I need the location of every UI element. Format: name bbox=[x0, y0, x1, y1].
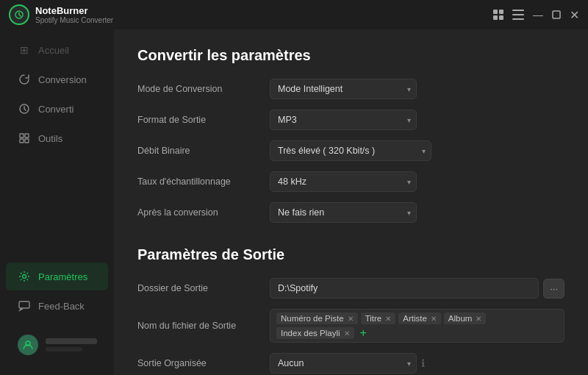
tag-album: Album ✕ bbox=[444, 312, 487, 324]
main-content: Convertir les paramètres Mode de Convers… bbox=[114, 29, 588, 375]
sidebar-label-outils: Outils bbox=[38, 133, 62, 144]
tag-title-close[interactable]: ✕ bbox=[385, 315, 391, 323]
app-name-group: NoteBurner Spotify Music Converter bbox=[35, 5, 113, 24]
user-name-bar bbox=[46, 338, 97, 344]
sidebar-label-parametres: Paramètres bbox=[38, 271, 87, 282]
after-conversion-control: Ne fais rien Ouvrir le dossier Mettre en… bbox=[270, 202, 564, 223]
organised-select-wrap: Aucun Artiste Album Artiste/Album ▾ bbox=[270, 353, 417, 374]
organised-control: Aucun Artiste Album Artiste/Album ▾ ℹ bbox=[270, 353, 564, 374]
output-title: Paramètres de Sortie bbox=[137, 246, 564, 263]
grid-icon[interactable] bbox=[493, 10, 503, 20]
filename-control: Numéro de Piste ✕ Titre ✕ Artiste ✕ Albu… bbox=[270, 309, 564, 343]
after-conversion-select[interactable]: Ne fais rien Ouvrir le dossier Mettre en… bbox=[270, 202, 417, 223]
svg-rect-8 bbox=[553, 11, 560, 18]
output-section: Paramètres de Sortie Dossier de Sortie ·… bbox=[137, 246, 564, 374]
svg-rect-12 bbox=[20, 139, 24, 143]
folder-control: ··· bbox=[270, 278, 564, 299]
parametres-icon bbox=[18, 270, 31, 283]
titlebar-left: NoteBurner Spotify Music Converter bbox=[9, 4, 113, 25]
samplerate-select-wrap: 48 kHz 44.1 kHz 22.05 kHz ▾ bbox=[270, 171, 417, 192]
output-format-row: Format de Sortie MP3 AAC FLAC WAV ▾ bbox=[137, 110, 564, 130]
sidebar-label-converti: Converti bbox=[38, 104, 74, 115]
samplerate-label: Taux d'échantillonnage bbox=[137, 176, 270, 187]
sidebar-label-conversion: Conversion bbox=[38, 74, 87, 85]
organised-label: Sortie Organisée bbox=[137, 358, 270, 368]
tag-title: Titre ✕ bbox=[361, 312, 396, 324]
tag-artist: Artiste ✕ bbox=[398, 312, 441, 324]
sidebar-item-converti[interactable]: Converti bbox=[6, 95, 108, 123]
user-profile[interactable] bbox=[6, 327, 108, 362]
feedback-icon bbox=[18, 299, 31, 312]
folder-label: Dossier de Sortie bbox=[137, 283, 270, 293]
filename-row: Nom du fichier de Sortie Numéro de Piste… bbox=[137, 309, 564, 343]
bitrate-label: Débit Binaire bbox=[137, 146, 270, 156]
minimize-icon[interactable]: — bbox=[533, 9, 543, 21]
sidebar: ⊞ Accueil Conversion Converti bbox=[0, 29, 114, 375]
svg-rect-7 bbox=[512, 18, 524, 20]
outils-icon bbox=[18, 132, 31, 145]
tag-track-number: Numéro de Piste ✕ bbox=[276, 312, 358, 324]
sidebar-bottom bbox=[0, 321, 114, 369]
svg-rect-11 bbox=[25, 134, 29, 138]
bitrate-control: Très élevé ( 320 Kbit/s ) Élevé ( 256 Kb… bbox=[270, 140, 564, 161]
conversion-mode-control: Mode Intelligent Mode Web Player ▾ bbox=[270, 79, 564, 99]
maximize-icon[interactable] bbox=[552, 10, 561, 19]
tag-playlist-close[interactable]: ✕ bbox=[344, 329, 350, 338]
organised-info-icon[interactable]: ℹ bbox=[421, 357, 425, 369]
svg-rect-6 bbox=[512, 14, 524, 15]
svg-rect-1 bbox=[493, 10, 498, 14]
app-body: ⊞ Accueil Conversion Converti bbox=[0, 29, 588, 375]
after-conversion-label: Après la conversion bbox=[137, 207, 270, 218]
folder-row: Dossier de Sortie ··· bbox=[137, 278, 564, 299]
filename-label: Nom du fichier de Sortie bbox=[137, 321, 270, 331]
output-format-control: MP3 AAC FLAC WAV ▾ bbox=[270, 110, 564, 130]
organised-select[interactable]: Aucun Artiste Album Artiste/Album bbox=[270, 353, 417, 374]
accueil-icon: ⊞ bbox=[18, 43, 31, 57]
app-subtitle: Spotify Music Converter bbox=[35, 16, 113, 24]
app-name: NoteBurner bbox=[35, 5, 113, 16]
svg-rect-15 bbox=[19, 301, 29, 308]
svg-rect-13 bbox=[25, 139, 29, 143]
close-icon[interactable]: ✕ bbox=[570, 8, 579, 22]
organised-row: Sortie Organisée Aucun Artiste Album Art… bbox=[137, 353, 564, 374]
conversion-section: Convertir les paramètres Mode de Convers… bbox=[137, 47, 564, 223]
output-format-select[interactable]: MP3 AAC FLAC WAV bbox=[270, 110, 417, 130]
tags-wrap: Numéro de Piste ✕ Titre ✕ Artiste ✕ Albu… bbox=[270, 309, 564, 343]
sidebar-item-conversion[interactable]: Conversion bbox=[6, 65, 108, 93]
tag-track-number-close[interactable]: ✕ bbox=[348, 315, 354, 323]
titlebar-controls: — ✕ bbox=[493, 8, 579, 22]
sidebar-item-feedback[interactable]: Feed-Back bbox=[6, 292, 108, 320]
tag-playlist-index: Index des Playli ✕ bbox=[276, 327, 354, 339]
svg-rect-3 bbox=[493, 15, 498, 20]
samplerate-control: 48 kHz 44.1 kHz 22.05 kHz ▾ bbox=[270, 171, 564, 192]
user-sub-bar bbox=[46, 347, 82, 351]
tag-album-close[interactable]: ✕ bbox=[476, 315, 481, 323]
app-logo bbox=[9, 4, 29, 25]
menu-icon[interactable] bbox=[512, 10, 524, 20]
samplerate-select[interactable]: 48 kHz 44.1 kHz 22.05 kHz bbox=[270, 171, 417, 192]
add-tag-button[interactable]: + bbox=[357, 327, 370, 339]
titlebar: NoteBurner Spotify Music Converter — bbox=[0, 0, 588, 29]
sidebar-item-accueil[interactable]: ⊞ Accueil bbox=[6, 36, 108, 64]
sidebar-label-accueil: Accueil bbox=[38, 45, 69, 56]
conversion-title: Convertir les paramètres bbox=[137, 47, 564, 64]
conversion-mode-select[interactable]: Mode Intelligent Mode Web Player bbox=[270, 79, 417, 99]
conversion-mode-label: Mode de Conversion bbox=[137, 84, 270, 94]
converti-icon bbox=[18, 102, 31, 115]
sidebar-item-outils[interactable]: Outils bbox=[6, 124, 108, 152]
svg-rect-5 bbox=[512, 10, 524, 11]
folder-input-wrap: ··· bbox=[270, 278, 564, 299]
user-avatar bbox=[18, 335, 38, 355]
user-info bbox=[46, 338, 97, 351]
folder-input[interactable] bbox=[270, 278, 539, 299]
conversion-mode-row: Mode de Conversion Mode Intelligent Mode… bbox=[137, 79, 564, 99]
svg-point-14 bbox=[23, 275, 26, 279]
conversion-icon bbox=[18, 73, 31, 86]
samplerate-row: Taux d'échantillonnage 48 kHz 44.1 kHz 2… bbox=[137, 171, 564, 192]
bitrate-select[interactable]: Très élevé ( 320 Kbit/s ) Élevé ( 256 Kb… bbox=[270, 140, 431, 161]
sidebar-item-parametres[interactable]: Paramètres bbox=[6, 262, 108, 290]
folder-browse-button[interactable]: ··· bbox=[543, 279, 564, 299]
tag-artist-close[interactable]: ✕ bbox=[431, 315, 437, 323]
bitrate-select-wrap: Très élevé ( 320 Kbit/s ) Élevé ( 256 Kb… bbox=[270, 140, 431, 161]
bitrate-row: Débit Binaire Très élevé ( 320 Kbit/s ) … bbox=[137, 140, 564, 161]
